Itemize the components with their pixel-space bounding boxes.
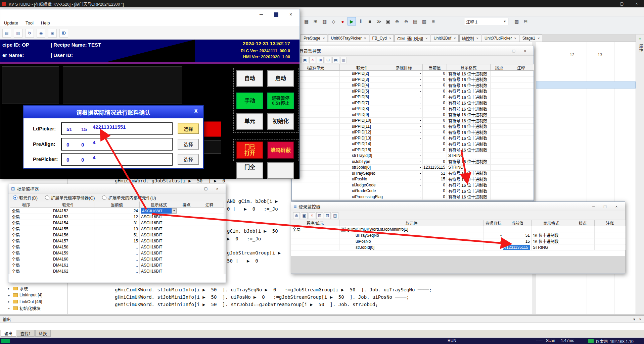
editor-tab[interactable]: CIM_通用处理×: [395, 35, 430, 42]
window-titlebar[interactable]: ≡ 登录监控器 ─ ▢ ×: [292, 46, 534, 56]
editor-tab[interactable]: FB_Cyd×: [370, 35, 394, 42]
zoom-out-icon[interactable]: ⊖: [402, 17, 410, 25]
column-header[interactable]: 软元件: [339, 220, 484, 226]
grid-icon[interactable]: ⊞: [316, 212, 323, 219]
unit-button[interactable]: 单元: [236, 113, 263, 130]
table-row[interactable]: uiPPID[13]-0有符号 16 位十进制数: [292, 135, 534, 141]
column-header[interactable]: 程序: [10, 202, 42, 208]
column-header[interactable]: 显示格式: [447, 64, 491, 71]
registration-monitor-icon[interactable]: ⊞: [311, 17, 320, 25]
lot-value-box[interactable]: 0 0 4: [61, 138, 173, 151]
list-icon[interactable]: ≡: [429, 17, 438, 25]
monitor-mode-icon[interactable]: ▣: [384, 17, 392, 25]
close-icon[interactable]: ×: [611, 203, 622, 210]
auto-button[interactable]: 自动: [236, 70, 263, 87]
minimize-icon[interactable]: ─: [189, 185, 200, 192]
window-transfer-icon[interactable]: ▥: [340, 57, 347, 63]
column-header[interactable]: 接点: [491, 64, 508, 71]
main-titlebar[interactable]: KV STUDIO - [在线编辑: KV-X520] - [厦门天马CRP20…: [0, 0, 644, 7]
column-header[interactable]: 参照目标: [484, 220, 503, 226]
device-monitor-icon[interactable]: ▦: [302, 17, 311, 25]
table-row[interactable]: uiPosNo-15有符号 16 位十进制数: [292, 176, 534, 182]
selected-ladder-cell[interactable]: [536, 81, 636, 89]
close-icon[interactable]: ×: [323, 36, 325, 40]
table-row[interactable]: uiJobType-0有符号 16 位十进制数: [292, 159, 534, 165]
tree-item[interactable]: ▸系统: [0, 285, 68, 292]
chevron-icon[interactable]: ▸: [8, 293, 13, 297]
minimize-icon[interactable]: ─: [588, 203, 599, 210]
table-row[interactable]: uiTraySeqNo-51有符号 16 位十进制数: [292, 171, 534, 177]
table-row[interactable]: uiPPID[7]-0有符号 16 位十进制数: [292, 100, 534, 106]
radio-icon[interactable]: [45, 195, 49, 200]
tree-item[interactable]: ▸LinkInput [4]: [0, 292, 68, 299]
column-header[interactable]: 当前值: [94, 202, 140, 208]
window-split-icon[interactable]: ⊟: [521, 17, 530, 25]
column-header[interactable]: 软元件: [42, 202, 94, 208]
save-icon[interactable]: ▣: [301, 212, 308, 219]
table-row[interactable]: strJobId[0]-241231135115STRING: [292, 165, 534, 171]
radio-option[interactable]: 扩展单元缓冲存储器(G): [45, 194, 95, 201]
door-all-button[interactable]: 门全: [236, 162, 263, 179]
step-run-icon[interactable]: ≫: [375, 17, 383, 25]
maximize-icon[interactable]: ▢: [614, 0, 629, 7]
soft-pause-button[interactable]: 轻碰暂停 0.5s停止: [267, 93, 294, 109]
add-watch-icon[interactable]: ⊕: [293, 212, 300, 219]
refresh-icon[interactable]: ↻: [25, 29, 34, 38]
trace-icon[interactable]: ◇: [329, 17, 338, 25]
column-header[interactable]: 当前值: [503, 220, 532, 226]
editor-tab[interactable]: Unit07LdPicker×: [482, 35, 519, 42]
close-icon[interactable]: ×: [212, 185, 223, 192]
tab-find[interactable]: 查找1: [17, 330, 35, 337]
table-row[interactable]: uiPPID[6]-0有符号 16 位十进制数: [292, 94, 534, 100]
chevron-icon[interactable]: ▸: [8, 300, 13, 303]
radio-option[interactable]: 扩展单元的内部软元件(U): [102, 194, 156, 201]
table-row[interactable]: 全局▼gHmiCimUKWord.stJobMiniInfo[1]: [291, 226, 625, 232]
play-icon[interactable]: ▶: [348, 17, 356, 25]
table-row[interactable]: uiPPID[12]-0有符号 16 位十进制数: [292, 129, 534, 135]
id-icon[interactable]: ID: [59, 29, 68, 38]
table-row[interactable]: uiPPID[2]-0有符号 16 位十进制数: [292, 71, 534, 77]
output-panel-header[interactable]: 输出 ▾ ×: [0, 316, 644, 323]
column-header[interactable]: 注释: [508, 64, 534, 71]
close-icon[interactable]: ×: [514, 36, 516, 40]
table-row[interactable]: uiGradeCode-0有符号 16 位十进制数: [292, 188, 534, 194]
close-icon[interactable]: ×: [364, 36, 366, 40]
table-row[interactable]: 全局DM4161..ASCII16BIT: [10, 262, 224, 268]
close-icon[interactable]: ×: [538, 36, 540, 40]
table-row[interactable]: uiPPID[14]-0有符号 16 位十进制数: [292, 141, 534, 147]
close-icon[interactable]: ×: [476, 36, 478, 40]
manual-button[interactable]: 手动: [236, 93, 263, 109]
maximize-icon[interactable]: [269, 10, 283, 19]
grid-minus-icon[interactable]: ⊟: [325, 57, 331, 63]
add-icon[interactable]: +: [636, 36, 644, 42]
table-row[interactable]: uiPPID[9]-0有符号 16 位十进制数: [292, 112, 534, 118]
column-header[interactable]: 注释: [595, 220, 626, 226]
table-row[interactable]: uiPPID[3]-0有符号 16 位十进制数: [292, 77, 534, 83]
close-icon[interactable]: X: [194, 108, 198, 114]
radio-option[interactable]: 软元件(D): [13, 194, 38, 201]
editor-tab[interactable]: Unit06TrayPicker×: [328, 35, 369, 42]
editor-tab[interactable]: Unit02Buf×: [431, 35, 458, 42]
dialog-titlebar[interactable]: 请根据实际情况进行账料确认 X: [24, 106, 203, 118]
comment-view-icon[interactable]: ▨: [512, 17, 521, 25]
window-icon[interactable]: ▤: [332, 57, 339, 63]
table-row[interactable]: uiPPID[5]-0有符号 16 位十进制数: [292, 89, 534, 95]
close-icon[interactable]: ×: [425, 36, 427, 40]
editor-tab[interactable]: PreStage×: [301, 35, 327, 42]
format-combobox[interactable]: ASCII16BIT▼: [141, 208, 177, 214]
delete-icon[interactable]: ×: [309, 57, 316, 63]
table-row[interactable]: uiPPID[11]-0有符号 16 位十进制数: [292, 124, 534, 130]
door-open-button[interactable]: 门已 打开: [236, 141, 263, 159]
start-button[interactable]: 启动: [267, 70, 294, 87]
maximize-icon[interactable]: ▢: [599, 203, 611, 210]
minimize-icon[interactable]: ─: [254, 10, 269, 19]
table-row[interactable]: uiPPID[15]-0有符号 16 位十进制数: [292, 147, 534, 153]
stop-icon[interactable]: ■: [366, 17, 374, 25]
video-icon[interactable]: ◉: [48, 29, 57, 38]
close-icon[interactable]: ×: [454, 36, 456, 40]
record-icon[interactable]: ●: [338, 17, 347, 25]
tree-item[interactable]: ▸LinkOut [46]: [0, 298, 68, 305]
column-header[interactable]: 显示格式: [140, 202, 178, 208]
chevron-down-icon[interactable]: ▼: [341, 227, 346, 232]
pause-icon[interactable]: ‖: [357, 17, 365, 25]
